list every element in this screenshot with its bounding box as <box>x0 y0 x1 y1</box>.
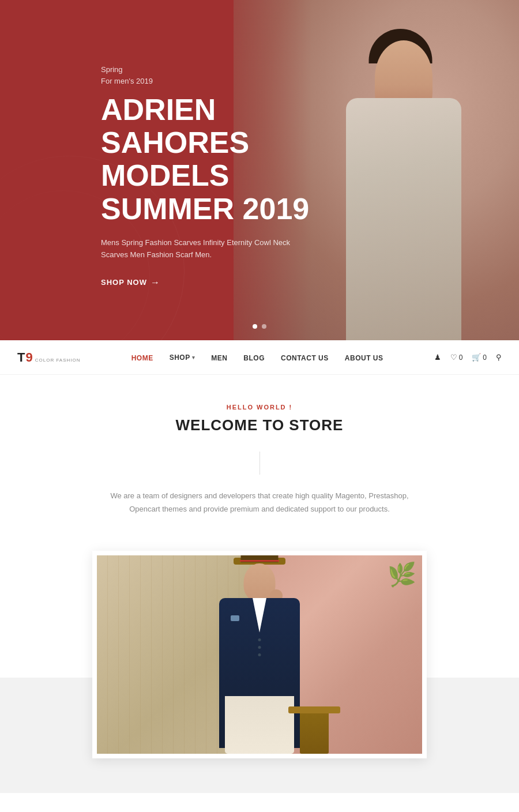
cart-count: 0 <box>483 354 487 362</box>
wishlist-count: 0 <box>459 354 463 362</box>
hero-content: Spring For men's 2019 ADRIEN SAHORES MOD… <box>0 52 343 288</box>
welcome-title: WELCOME TO STORE <box>17 416 502 434</box>
nav-links-list: HOME SHOP MEN BLOG CONTACT US ABOUT US <box>131 352 383 363</box>
nav-link-shop[interactable]: SHOP <box>170 354 195 362</box>
nav-item-men[interactable]: MEN <box>211 352 227 363</box>
model-trousers <box>225 696 294 754</box>
services-section: 🚚 FREE SHIPPING Free shipping on all ord… <box>0 793 519 812</box>
hero-cta-label: SHOP NOW <box>101 278 147 287</box>
nav-item-contact[interactable]: CONTACT US <box>281 352 329 363</box>
account-icon: ♟ <box>434 353 441 362</box>
logo-text-9: 9 <box>25 350 32 365</box>
button-3 <box>258 653 261 656</box>
logo-subtext: COLOR FASHION <box>35 358 81 363</box>
model-torso <box>346 98 461 340</box>
feature-image-split: 🌿 <box>97 555 422 754</box>
model-figure-center <box>208 558 311 754</box>
hero-cta-arrow-icon: → <box>151 277 160 288</box>
nav-link-about[interactable]: ABOUT US <box>345 354 383 362</box>
welcome-hello-label: HELLO WORLD ! <box>17 404 502 411</box>
search-button[interactable]: ⚲ <box>496 353 502 362</box>
heart-icon: ♡ <box>450 353 457 362</box>
hero-dot-2[interactable] <box>262 324 266 329</box>
nav-link-home[interactable]: HOME <box>131 354 153 362</box>
suit-buttons <box>258 638 261 656</box>
suit-shirt <box>248 598 271 633</box>
nav-logo[interactable]: T 9 COLOR FASHION <box>17 350 81 365</box>
nav-link-men[interactable]: MEN <box>211 354 227 362</box>
feature-image-container: 🌿 <box>92 551 427 758</box>
hero-subtitle: Spring For men's 2019 <box>101 64 343 87</box>
nav-item-about[interactable]: ABOUT US <box>345 352 383 363</box>
welcome-section: HELLO WORLD ! WELCOME TO STORE We are a … <box>0 375 519 551</box>
stool-top <box>288 706 340 713</box>
feature-section: 🌿 <box>0 551 519 793</box>
welcome-description: We are a team of designers and developer… <box>110 489 409 516</box>
nav-item-home[interactable]: HOME <box>131 352 153 363</box>
hero-dot-1[interactable] <box>253 324 257 329</box>
nav-icons-group: ♟ ♡ 0 🛒 0 ⚲ <box>434 353 502 362</box>
button-2 <box>258 646 261 649</box>
hero-cta-button[interactable]: SHOP NOW → <box>101 277 160 288</box>
stool-leg <box>300 708 329 754</box>
cart-button[interactable]: 🛒 0 <box>472 353 487 362</box>
nav-link-contact[interactable]: CONTACT US <box>281 354 329 362</box>
wishlist-button[interactable]: ♡ 0 <box>450 353 463 362</box>
cart-icon: 🛒 <box>472 353 481 362</box>
hero-section: Spring For men's 2019 ADRIEN SAHORES MOD… <box>0 0 519 340</box>
logo-text-t: T <box>17 350 24 365</box>
nav-link-blog[interactable]: BLOG <box>243 354 265 362</box>
leaves-decoration: 🌿 <box>388 561 416 588</box>
nav-item-blog[interactable]: BLOG <box>243 352 265 363</box>
search-icon: ⚲ <box>496 353 502 362</box>
button-1 <box>258 638 261 641</box>
nav-item-shop[interactable]: SHOP <box>170 354 195 362</box>
navbar: T 9 COLOR FASHION HOME SHOP MEN BLOG CON… <box>0 340 519 375</box>
hero-description: Mens Spring Fashion Scarves Infinity Ete… <box>101 237 297 261</box>
welcome-divider <box>260 452 260 475</box>
hat-band <box>240 560 279 562</box>
hero-title: ADRIEN SAHORES MODELS SUMMER 2019 <box>101 93 343 225</box>
pocket-square <box>231 615 239 621</box>
hero-slide-dots <box>253 324 266 329</box>
account-icon-button[interactable]: ♟ <box>434 353 441 362</box>
